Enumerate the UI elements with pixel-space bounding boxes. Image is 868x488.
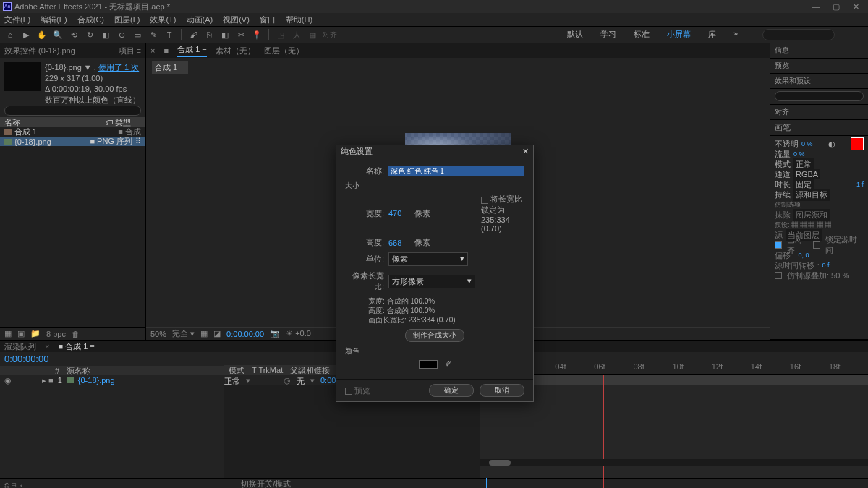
panel-menu-icon[interactable]: 项目 ≡ [119, 46, 141, 56]
flow-value[interactable]: 0 % [793, 150, 805, 158]
menu-edit[interactable]: 编辑(E) [41, 14, 67, 25]
text-tool-icon[interactable]: T [163, 29, 175, 40]
home-icon[interactable]: ⌂ [4, 29, 16, 40]
menu-layer[interactable]: 图层(L) [114, 14, 140, 25]
eraser-tool-icon[interactable]: ◧ [219, 29, 231, 40]
grid-toggle-icon[interactable]: ▦ [200, 329, 208, 338]
interpret-icon[interactable]: ▦ [4, 329, 12, 338]
ws-more-icon[interactable]: » [733, 29, 738, 40]
rotation-tool-icon[interactable]: ↻ [84, 29, 95, 40]
bpc-button[interactable]: 8 bpc [46, 330, 66, 338]
paint-panel-header[interactable]: 画笔 [770, 120, 868, 136]
mocha-icon[interactable]: 人 [291, 29, 302, 40]
ws-standard[interactable]: 标准 [634, 29, 650, 40]
menu-effect[interactable]: 效果(T) [150, 14, 176, 25]
align-panel-header[interactable]: 对齐 [770, 105, 868, 120]
layer-tab[interactable]: 图层（无） [264, 46, 304, 56]
ws-default[interactable]: 默认 [567, 29, 583, 40]
reveal-icon[interactable]: ⠿ [135, 137, 141, 146]
footage-tab[interactable]: 素材（无） [216, 46, 255, 56]
menu-animation[interactable]: 动画(A) [187, 14, 213, 25]
grid-icon[interactable]: ▦ [307, 29, 318, 40]
new-comp-icon[interactable]: ▣ [17, 329, 25, 338]
render-queue-tab[interactable]: 渲染队列 [4, 341, 36, 352]
exposure-icon[interactable]: ☀ +0.0 [286, 329, 311, 338]
par-select[interactable]: 方形像素▾ [388, 275, 475, 288]
effects-search-input[interactable] [775, 91, 864, 101]
layer-row[interactable]: ◉ ▸ ■ 1 {0-18}.png [0, 375, 224, 385]
units-select[interactable]: 像素▾ [388, 252, 468, 266]
info-panel-header[interactable]: 信息 [770, 43, 868, 59]
make-comp-size-button[interactable]: 制作合成大小 [405, 329, 464, 342]
camera-tool-icon[interactable]: ◧ [100, 29, 111, 40]
ws-learn[interactable]: 学习 [600, 29, 616, 40]
help-search[interactable] [762, 29, 835, 40]
dialog-close-icon[interactable]: ✕ [522, 147, 529, 156]
minimize-button[interactable]: — [812, 2, 820, 12]
panel-lock-icon[interactable]: × [150, 46, 155, 55]
roto-tool-icon[interactable]: ✂ [235, 29, 247, 40]
orbit-tool-icon[interactable]: ⟲ [68, 29, 80, 40]
menu-view[interactable]: 视图(V) [223, 14, 250, 25]
timecode[interactable]: 0:00:00:00 [0, 352, 224, 366]
preview-check[interactable] [345, 388, 352, 395]
pen-tool-icon[interactable]: ✎ [148, 29, 159, 40]
width-value[interactable]: 470 [388, 209, 410, 218]
hand-tool-icon[interactable]: ✋ [36, 29, 48, 40]
mask-toggle-icon[interactable]: ◪ [213, 329, 221, 338]
res-select[interactable]: 完全 ▾ [172, 328, 195, 339]
zoom-tool-icon[interactable]: 🔍 [52, 29, 64, 40]
selection-tool-icon[interactable]: ▶ [20, 29, 32, 40]
shape-tool-icon[interactable]: ▭ [132, 29, 143, 40]
ws-small[interactable]: 小屏幕 [667, 29, 691, 40]
lock-aspect-check[interactable] [481, 197, 488, 204]
comp-tab-active[interactable]: 合成 1 ≡ [177, 44, 207, 57]
opacity-value[interactable]: 0 % [801, 140, 813, 147]
hold-select[interactable]: 源和目标 [793, 189, 830, 201]
effect-controls-tab[interactable]: 效果控件 (0-18).png [4, 46, 75, 56]
src-time-value[interactable]: 0 f [822, 262, 830, 269]
preview-panel-header[interactable]: 预览 [770, 59, 868, 74]
clone-tool-icon[interactable]: ⎘ [203, 29, 215, 40]
comp-selector[interactable]: 合成 1 [152, 61, 188, 74]
toggle-switches-label[interactable]: 切换开关/模式 [241, 479, 291, 488]
menu-file[interactable]: 文件(F) [4, 14, 30, 25]
project-search-input[interactable] [4, 106, 141, 116]
color-swatch[interactable] [419, 360, 438, 369]
menu-window[interactable]: 窗口 [260, 14, 276, 25]
current-time[interactable]: 0:00:00:00 [226, 330, 264, 338]
menu-composition[interactable]: 合成(C) [77, 14, 104, 25]
height-value[interactable]: 668 [388, 239, 410, 247]
erase-select[interactable]: 图层源和 [793, 209, 830, 221]
menu-help[interactable]: 帮助(H) [286, 14, 312, 25]
close-button[interactable]: ✕ [853, 2, 859, 12]
brush-tool-icon[interactable]: 🖌 [187, 29, 199, 40]
zoom-select[interactable]: 50% [150, 330, 166, 338]
lock-src-check[interactable]: 锁定源时间 [825, 234, 864, 256]
anchor-tool-icon[interactable]: ⊕ [116, 29, 127, 40]
name-input[interactable] [388, 166, 524, 176]
snapshot-icon[interactable]: 📷 [270, 329, 280, 338]
ok-button[interactable]: 确定 [429, 384, 474, 397]
h-scrollbar[interactable] [480, 459, 868, 466]
timeline-comp-tab[interactable]: ■ 合成 1 ≡ [58, 341, 94, 352]
time-ruler[interactable]: 02f04f06f08f10f12f14f16f18f [480, 352, 868, 374]
layer-mode[interactable]: 正常 [224, 376, 240, 387]
usage-link[interactable]: 使用了 1 次 [98, 63, 139, 72]
project-item-png[interactable]: {0-18}.png ■ PNG 序列 ⠿ [0, 137, 145, 146]
offset-value[interactable]: 0, 0 [799, 252, 809, 259]
maximize-button[interactable]: ▢ [833, 2, 840, 12]
effects-panel-header[interactable]: 效果和预设 [770, 74, 868, 89]
scroll-thumb[interactable] [489, 460, 511, 466]
layer-parent[interactable]: 无 [297, 376, 305, 387]
cancel-button[interactable]: 取消 [480, 384, 524, 397]
trash-icon[interactable]: 🗑 [72, 330, 80, 338]
ws-library[interactable]: 库 [708, 29, 716, 40]
panel-grip-icon[interactable]: ■ [163, 46, 169, 55]
new-folder-icon[interactable]: 📁 [30, 329, 41, 338]
fg-color-swatch[interactable] [851, 137, 864, 150]
puppet-tool-icon[interactable]: 📍 [251, 29, 263, 40]
toggle-switches-icon[interactable]: ⎌ ⊞ ⋄ [4, 480, 24, 489]
work-area[interactable] [506, 375, 868, 385]
eyedropper-icon[interactable]: ✐ [445, 359, 451, 369]
